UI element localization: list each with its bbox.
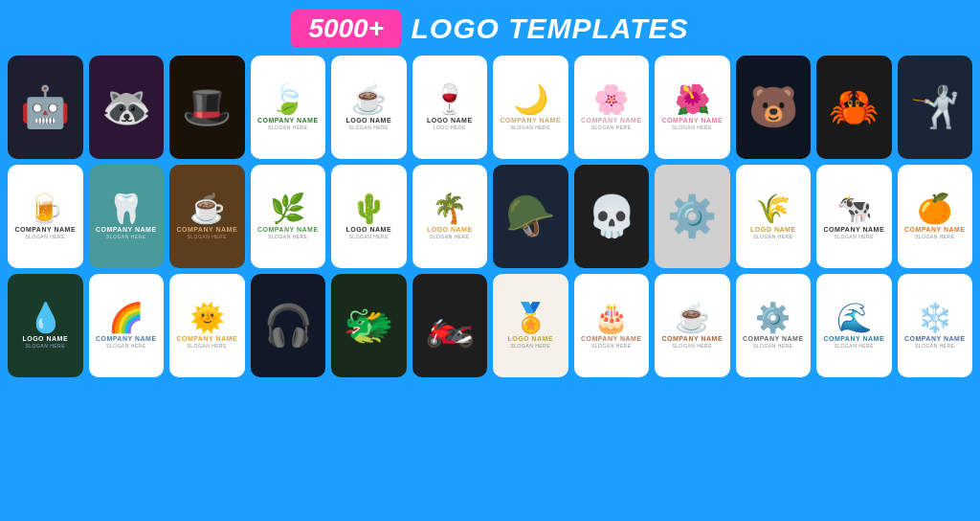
logo-slogan: SLOGAN HERE	[187, 234, 227, 239]
logo-name: COMPANY NAME	[581, 117, 642, 124]
count-badge: 5000+	[291, 10, 401, 48]
gaming-icon: 🦝	[101, 87, 151, 127]
logo-name: Company Name	[176, 335, 237, 342]
gaming-icon: 🐲	[344, 306, 393, 346]
logo-card-31[interactable]: 🏅LOGO NAMESlogan Here	[493, 274, 568, 377]
logo-icon: ❄️	[917, 304, 952, 332]
logo-slogan: SLOGAN HERE	[672, 125, 712, 130]
logo-card-34[interactable]: ⚙️COMPANY NAMESLOGAN HERE	[736, 274, 812, 377]
logo-card-20[interactable]: 💀	[574, 165, 650, 268]
logo-card-13[interactable]: 🍺COMPANY NAMESLOGAN HERE	[8, 165, 83, 268]
logo-card-7[interactable]: 🌙Company NameSLOGAN HERE	[493, 56, 568, 159]
gaming-icon: 🤖	[20, 87, 70, 127]
logo-slogan: SLOGAN HERE	[915, 234, 955, 239]
logo-card-17[interactable]: 🌵LOGO NAMESlogan Here	[331, 165, 407, 268]
logo-card-22[interactable]: 🌾LOGO NAMESLOGAN HERE	[736, 165, 812, 268]
logo-name: COMPANY NAME	[14, 226, 76, 233]
gaming-icon: 🐻	[748, 87, 798, 127]
logo-card-1[interactable]: 🤖	[8, 56, 83, 159]
logo-card-27[interactable]: 🌞Company NameSLOGAN HERE	[169, 274, 245, 377]
logo-slogan: Slogan Here	[25, 343, 65, 349]
logo-name: COMPANY NAME	[823, 335, 884, 342]
logo-card-3[interactable]: 🎩	[169, 56, 245, 159]
gaming-icon: 🎧	[263, 306, 313, 346]
logo-icon: 🎂	[593, 304, 629, 332]
logo-card-35[interactable]: 🌊COMPANY NAMESlogan Here	[816, 274, 892, 377]
logo-card-30[interactable]: 🏍️	[412, 274, 488, 377]
logo-icon: 🍃	[270, 85, 305, 114]
logo-name: COMPANY NAME	[176, 226, 237, 233]
header: 5000+ LOGO TEMPLATES	[0, 0, 980, 56]
logo-card-2[interactable]: 🦝	[89, 56, 165, 159]
logo-card-4[interactable]: 🍃Company NameSlogan Here	[251, 56, 326, 159]
logo-card-12[interactable]: 🤺	[898, 56, 973, 159]
logo-name: LOGO NAME	[345, 226, 391, 233]
logo-icon: 🌙	[513, 85, 548, 114]
logo-name: LOGO NAME	[345, 117, 391, 124]
logo-card-5[interactable]: ☕LOGO NAMESlogan Here	[331, 56, 407, 159]
logo-card-36[interactable]: ❄️Company NameSlogan Here	[898, 274, 973, 377]
logo-slogan: Slogan Here	[672, 343, 712, 349]
logo-icon: 🦷	[108, 194, 144, 223]
logo-icon: 🌴	[432, 194, 467, 223]
logo-card-11[interactable]: 🦀	[816, 56, 892, 159]
logo-name: Company Name	[661, 335, 723, 342]
logo-slogan: Slogan Here	[348, 125, 389, 130]
logo-icon: 🌊	[836, 304, 872, 332]
logo-icon: 🍊	[917, 194, 952, 223]
logo-card-19[interactable]: 🪖	[493, 165, 568, 268]
logo-card-33[interactable]: ☕Company NameSlogan Here	[655, 274, 730, 377]
logo-name: COMPANY NAME	[96, 335, 157, 342]
logo-grid: 🤖🦝🎩🍃Company NameSlogan Here☕LOGO NAMESlo…	[0, 56, 980, 494]
logo-name: COMPANY NAME	[96, 226, 157, 233]
logo-card-18[interactable]: 🌴LOGO NAMESlogan here	[412, 165, 488, 268]
logo-icon: 🌺	[675, 85, 710, 114]
logo-card-14[interactable]: 🦷COMPANY NAMESLOGAN HERE	[89, 165, 165, 268]
logo-icon: 🏅	[513, 304, 548, 332]
logo-name: Company Name	[581, 335, 642, 342]
logo-name: COMPANY NAME	[904, 226, 966, 233]
logo-card-21[interactable]: ⚙️	[655, 165, 730, 268]
logo-icon: 🐄	[836, 194, 872, 223]
logo-card-10[interactable]: 🐻	[736, 56, 812, 159]
logo-slogan: SLOGAN HERE	[187, 343, 227, 349]
logo-icon: ⚙️	[755, 304, 791, 332]
logo-icon: 💧	[28, 304, 63, 332]
logo-icon: 🌈	[108, 304, 144, 332]
logo-card-32[interactable]: 🎂Company NameSlogan Here	[574, 274, 650, 377]
logo-icon: 🌞	[189, 304, 225, 332]
logo-card-28[interactable]: 🎧	[251, 274, 326, 377]
logo-name: LOGO NAME	[750, 226, 796, 233]
logo-slogan: Slogan Here	[268, 125, 308, 130]
logo-slogan: SLOGAN HERE	[268, 234, 308, 239]
gaming-icon: 💀	[587, 196, 636, 237]
logo-name: LOGO NAME	[507, 335, 553, 342]
logo-card-6[interactable]: 🍷LOGO NAMELOGO HERE	[412, 56, 488, 159]
logo-card-29[interactable]: 🐲	[331, 274, 407, 377]
logo-card-25[interactable]: 💧LOGO NAMESlogan Here	[8, 274, 83, 377]
logo-card-26[interactable]: 🌈COMPANY NAMESLOGAN HERE	[89, 274, 165, 377]
logo-icon: ☕	[189, 194, 225, 223]
logo-slogan: Slogan Here	[834, 343, 874, 349]
logo-slogan: SLOGAN HERE	[510, 125, 550, 130]
logo-icon: 🌾	[755, 194, 791, 223]
logo-icon: 🍷	[432, 85, 467, 114]
logo-slogan: SLOGAN HERE	[106, 234, 146, 239]
logo-slogan: Slogan Here	[510, 343, 550, 349]
gaming-icon: ⚙️	[667, 196, 717, 237]
logo-card-23[interactable]: 🐄COMPANY NAMESLOGAN HERE	[816, 165, 892, 268]
logo-card-9[interactable]: 🌺Company NameSLOGAN HERE	[655, 56, 730, 159]
logo-name: Company Name	[661, 117, 723, 124]
logo-card-8[interactable]: 🌸COMPANY NAMESlogan Here	[574, 56, 650, 159]
logo-name: Company Name	[257, 117, 319, 124]
logo-name: COMPANY NAME	[823, 226, 884, 233]
page-title: LOGO TEMPLATES	[411, 12, 688, 45]
logo-slogan: Slogan Here	[915, 343, 955, 349]
logo-name: COMPANY NAME	[743, 335, 804, 342]
logo-slogan: SLOGAN HERE	[25, 234, 65, 239]
logo-card-15[interactable]: ☕COMPANY NAMESLOGAN HERE	[169, 165, 245, 268]
logo-icon: 🌿	[270, 194, 305, 223]
logo-card-16[interactable]: 🌿COMPANY NAMESLOGAN HERE	[251, 165, 326, 268]
logo-card-24[interactable]: 🍊COMPANY NAMESLOGAN HERE	[898, 165, 973, 268]
page-container: 5000+ LOGO TEMPLATES 🤖🦝🎩🍃Company NameSlo…	[0, 0, 980, 494]
